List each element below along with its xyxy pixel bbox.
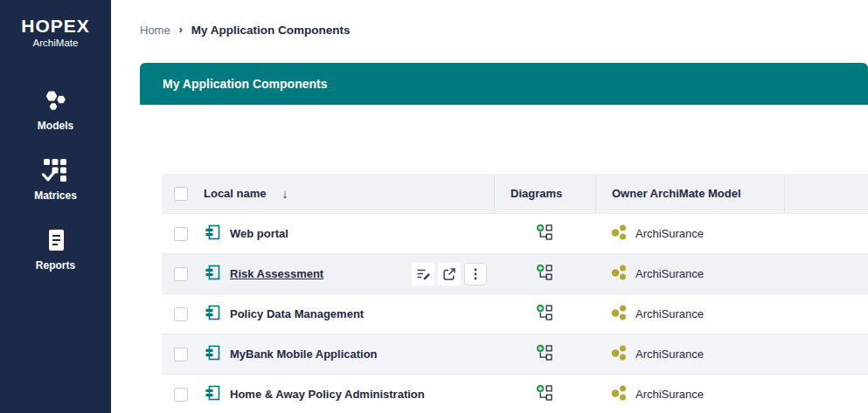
archimate-model-icon (611, 384, 628, 405)
row-checkbox[interactable] (174, 388, 188, 402)
diagrams-icon[interactable] (536, 344, 553, 365)
sidebar-item-reports-label: Reports (36, 259, 75, 272)
header-spacer-cell (784, 174, 868, 213)
panel-header: My Application Components (140, 63, 868, 105)
sidebar-item-models[interactable]: Models (38, 86, 73, 132)
app-window: HOPEX ArchiMate Models (0, 0, 868, 413)
row-checkbox[interactable] (174, 348, 188, 361)
diagrams-icon[interactable] (536, 264, 553, 285)
table-row[interactable]: Policy Data Management (162, 294, 868, 334)
archimate-model-icon (611, 344, 628, 365)
sidebar-item-matrices[interactable]: Matrices (34, 156, 77, 202)
column-header-local-name[interactable]: Local name ↓ (200, 174, 494, 213)
archimate-model-icon (611, 224, 628, 244)
archimate-model-icon (611, 304, 628, 325)
table-header-row: Local name ↓ Diagrams Owner ArchiMate Mo… (162, 174, 868, 214)
diagrams-icon[interactable] (536, 384, 553, 405)
more-actions-button[interactable] (464, 263, 487, 286)
component-name-link[interactable]: Policy Data Management (230, 307, 364, 320)
page-title: My Application Components (163, 77, 327, 91)
table-row[interactable]: Home & Away Policy Administration (162, 375, 868, 413)
application-component-icon (204, 384, 221, 405)
components-table: Local name ↓ Diagrams Owner ArchiMate Mo… (162, 174, 868, 413)
edit-icon (415, 266, 431, 282)
open-in-new-button[interactable] (438, 263, 461, 286)
logo: HOPEX ArchiMate (0, 16, 111, 48)
table-row[interactable]: Risk Assessment (162, 254, 868, 294)
models-icon (42, 86, 70, 114)
matrices-icon (41, 156, 69, 184)
header-checkbox-cell (162, 174, 200, 213)
application-component-icon (204, 224, 221, 244)
chevron-right-icon: › (179, 24, 183, 36)
sidebar-item-reports[interactable]: Reports (36, 226, 75, 272)
table-row[interactable]: Web portal (162, 214, 868, 254)
column-header-owner[interactable]: Owner ArchiMate Model (595, 174, 784, 213)
owner-model-name: ArchiSurance (635, 348, 704, 361)
archimate-model-icon (611, 264, 628, 285)
sort-descending-icon[interactable]: ↓ (282, 187, 288, 201)
component-name-link[interactable]: Web portal (230, 227, 288, 240)
reports-icon (42, 226, 70, 254)
logo-subtitle: ArchiMate (5, 38, 106, 48)
table-row[interactable]: MyBank Mobile Application (162, 334, 868, 375)
diagrams-icon[interactable] (536, 304, 553, 325)
application-component-icon (204, 264, 221, 285)
application-component-icon (204, 344, 221, 365)
component-name-link[interactable]: MyBank Mobile Application (230, 348, 378, 361)
owner-model-name: ArchiSurance (635, 388, 704, 401)
select-all-checkbox[interactable] (174, 187, 188, 201)
sidebar-nav: Models Matrices (0, 86, 111, 272)
main-content: Home › My Application Components My Appl… (111, 0, 868, 413)
edit-row-button[interactable] (412, 263, 434, 286)
owner-model-name: ArchiSurance (635, 267, 704, 280)
component-name-link[interactable]: Risk Assessment (230, 267, 323, 280)
column-header-local-name-label: Local name (204, 187, 267, 200)
breadcrumb-current: My Application Components (191, 24, 351, 37)
sidebar-item-models-label: Models (38, 120, 73, 132)
external-link-icon (441, 266, 457, 282)
sidebar: HOPEX ArchiMate Models (0, 0, 111, 413)
sidebar-item-matrices-label: Matrices (34, 189, 77, 202)
kebab-menu-icon (468, 266, 483, 282)
logo-title: HOPEX (5, 16, 106, 36)
column-header-diagrams[interactable]: Diagrams (494, 174, 595, 213)
column-header-diagrams-label: Diagrams (510, 187, 562, 200)
row-actions (412, 263, 487, 286)
breadcrumb-home[interactable]: Home (140, 24, 170, 37)
row-checkbox[interactable] (174, 307, 188, 321)
row-checkbox[interactable] (174, 227, 188, 241)
row-checkbox[interactable] (174, 267, 188, 281)
owner-model-name: ArchiSurance (635, 227, 704, 240)
owner-model-name: ArchiSurance (635, 307, 704, 320)
application-component-icon (204, 304, 221, 325)
column-header-owner-label: Owner ArchiMate Model (612, 187, 741, 200)
diagrams-icon[interactable] (536, 224, 553, 244)
breadcrumb: Home › My Application Components (140, 23, 868, 37)
component-name-link[interactable]: Home & Away Policy Administration (230, 388, 425, 401)
